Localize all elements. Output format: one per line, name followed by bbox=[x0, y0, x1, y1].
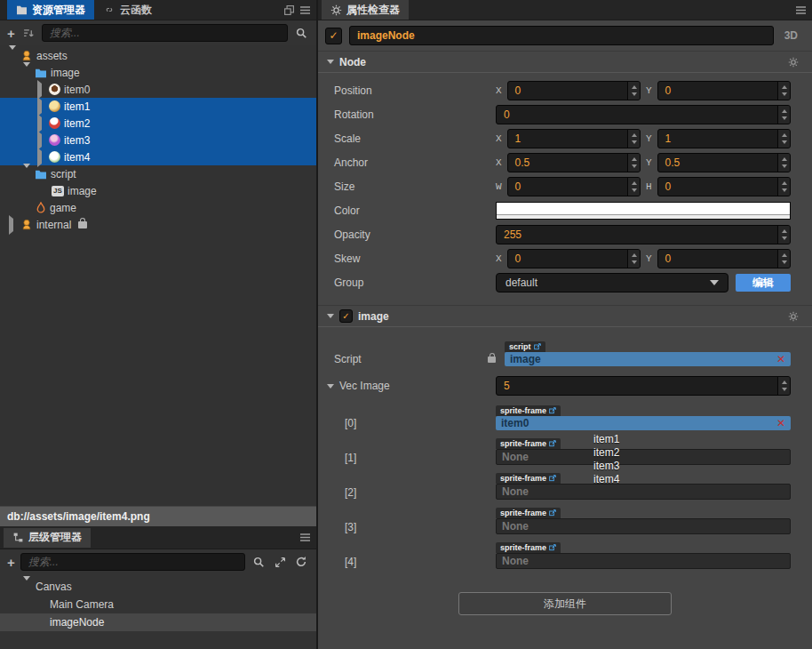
asset-row-item2[interactable]: item2 bbox=[0, 115, 316, 132]
caret-down-icon[interactable] bbox=[23, 164, 30, 180]
anchor-x-input[interactable]: 0.5 bbox=[507, 153, 641, 172]
spinner[interactable] bbox=[777, 178, 790, 196]
asset-row-assets[interactable]: assets bbox=[0, 47, 316, 64]
collapse-all-icon[interactable] bbox=[272, 554, 288, 570]
tab-cloud-function[interactable]: 云函数 bbox=[94, 0, 161, 20]
sprite-frame-type-tag[interactable]: sprite-frame bbox=[496, 542, 561, 553]
node-section-header[interactable]: Node bbox=[318, 51, 812, 73]
clear-sprite-button[interactable]: ✕ bbox=[776, 418, 785, 429]
spinner[interactable] bbox=[627, 130, 640, 148]
tab-hierarchy[interactable]: 层级管理器 bbox=[4, 528, 91, 548]
caret-down-icon[interactable] bbox=[23, 576, 30, 593]
hierarchy-search-icon[interactable] bbox=[251, 554, 267, 570]
group-edit-button[interactable]: 编辑 bbox=[736, 274, 791, 292]
tab-inspector[interactable]: 属性检查器 bbox=[322, 0, 409, 20]
spinner[interactable] bbox=[777, 130, 790, 148]
asset-row-item4[interactable]: item4 bbox=[0, 148, 316, 165]
sprite-frame-field-0[interactable]: item0 ✕ bbox=[496, 416, 791, 430]
spinner[interactable] bbox=[627, 154, 640, 172]
caret-down-icon[interactable] bbox=[9, 45, 16, 62]
sprite-frame-field-4[interactable]: None bbox=[496, 553, 791, 569]
sprite-frame-type-tag[interactable]: sprite-frame bbox=[496, 438, 561, 449]
image-section-header[interactable]: ✓ image bbox=[318, 305, 812, 327]
position-y-input[interactable]: 0 bbox=[657, 81, 791, 100]
sprite-frame-field-3[interactable]: None bbox=[496, 518, 791, 534]
sprite-frame-type-tag[interactable]: sprite-frame bbox=[496, 508, 561, 518]
tab-inspector-label: 属性检查器 bbox=[346, 3, 400, 18]
script-asset-field[interactable]: image ✕ bbox=[505, 352, 791, 366]
caret-down-icon[interactable] bbox=[327, 314, 334, 318]
spinner[interactable] bbox=[627, 178, 640, 196]
property-row-position: Position X 0 Y 0 bbox=[318, 82, 812, 100]
scale-x-input[interactable]: 1 bbox=[507, 129, 641, 148]
property-label: Scale bbox=[318, 132, 496, 145]
asset-row-image-folder[interactable]: image bbox=[0, 64, 316, 81]
asset-row-image-script[interactable]: JS image bbox=[0, 182, 316, 199]
add-component-button[interactable]: 添加组件 bbox=[458, 592, 672, 615]
scale-y-input[interactable]: 1 bbox=[657, 129, 791, 148]
caret-down-icon[interactable] bbox=[327, 384, 334, 389]
asset-row-item3[interactable]: item3 bbox=[0, 132, 316, 148]
asset-row-item1[interactable]: item1 bbox=[0, 98, 316, 115]
sprite-frame-field-1[interactable]: None bbox=[496, 449, 791, 465]
node-name-input[interactable]: imageNode bbox=[349, 26, 774, 45]
image-settings-gear-icon[interactable] bbox=[785, 308, 801, 324]
group-select[interactable]: default bbox=[496, 273, 728, 292]
node-row-imagenode[interactable]: imageNode bbox=[0, 613, 316, 631]
position-x-input[interactable]: 0 bbox=[507, 81, 641, 100]
spinner[interactable] bbox=[777, 82, 790, 100]
panel-layout-icon[interactable] bbox=[281, 2, 297, 18]
sprite-frame-type-tag[interactable]: sprite-frame bbox=[496, 405, 561, 416]
caret-down-icon[interactable] bbox=[23, 62, 30, 79]
panel-menu-icon[interactable] bbox=[297, 2, 313, 18]
spinner[interactable] bbox=[777, 226, 790, 244]
add-asset-button[interactable]: + bbox=[7, 27, 15, 40]
opacity-input[interactable]: 255 bbox=[496, 225, 791, 244]
sprite-frame-type-tag[interactable]: sprite-frame bbox=[496, 473, 561, 484]
spinner[interactable] bbox=[777, 106, 790, 124]
mode-3d-toggle[interactable]: 3D bbox=[781, 29, 801, 42]
vec-image-row: Vec Image 5 bbox=[318, 377, 812, 395]
node-active-checkbox[interactable]: ✓ bbox=[325, 28, 342, 44]
asset-row-game[interactable]: game bbox=[0, 199, 316, 216]
size-w-input[interactable]: 0 bbox=[507, 177, 641, 196]
sort-icon[interactable] bbox=[20, 25, 36, 41]
script-type-tag[interactable]: script bbox=[505, 341, 545, 352]
tab-assets-manager[interactable]: 资源管理器 bbox=[7, 0, 94, 20]
rotation-input[interactable]: 0 bbox=[496, 105, 791, 124]
spinner[interactable] bbox=[627, 250, 640, 268]
assets-search-icon[interactable] bbox=[293, 25, 309, 41]
asset-row-internal[interactable]: internal bbox=[0, 216, 316, 233]
vec-element-row-0: [0] sprite-frame item0 ✕ bbox=[318, 404, 812, 430]
spinner[interactable] bbox=[777, 154, 790, 172]
spinner[interactable] bbox=[777, 377, 790, 395]
skew-x-input[interactable]: 0 bbox=[507, 249, 641, 268]
skew-y-input[interactable]: 0 bbox=[657, 249, 791, 268]
vec-image-count-input[interactable]: 5 bbox=[496, 376, 791, 396]
caret-right-icon[interactable] bbox=[9, 215, 13, 235]
anchor-y-input[interactable]: 0.5 bbox=[657, 153, 791, 172]
asset-row-script-folder[interactable]: script bbox=[0, 165, 316, 182]
node-row-canvas[interactable]: Canvas bbox=[0, 578, 316, 596]
spinner[interactable] bbox=[777, 250, 790, 268]
assets-search-input[interactable] bbox=[42, 24, 288, 42]
size-h-input[interactable]: 0 bbox=[657, 177, 791, 196]
clear-script-button[interactable]: ✕ bbox=[776, 354, 785, 365]
caret-down-icon[interactable] bbox=[327, 60, 334, 64]
script-label: Script bbox=[334, 352, 362, 366]
element-index-label: [1] bbox=[318, 451, 496, 465]
inspector-menu-icon[interactable] bbox=[792, 2, 808, 18]
node-settings-gear-icon[interactable] bbox=[785, 54, 801, 70]
sprite-frame-field-2[interactable]: None bbox=[496, 484, 791, 500]
node-row-main-camera[interactable]: Main Camera bbox=[0, 596, 316, 613]
item3-icon bbox=[49, 134, 60, 146]
image-enabled-checkbox[interactable]: ✓ bbox=[339, 309, 353, 323]
color-swatch[interactable] bbox=[496, 202, 791, 220]
caret-right-icon[interactable] bbox=[37, 148, 42, 167]
hierarchy-search-input[interactable] bbox=[20, 553, 245, 571]
hierarchy-menu-icon[interactable] bbox=[297, 530, 313, 546]
add-node-button[interactable]: + bbox=[7, 556, 15, 569]
asset-row-item0[interactable]: item0 bbox=[0, 81, 316, 98]
refresh-icon[interactable] bbox=[293, 554, 309, 570]
spinner[interactable] bbox=[627, 82, 640, 100]
